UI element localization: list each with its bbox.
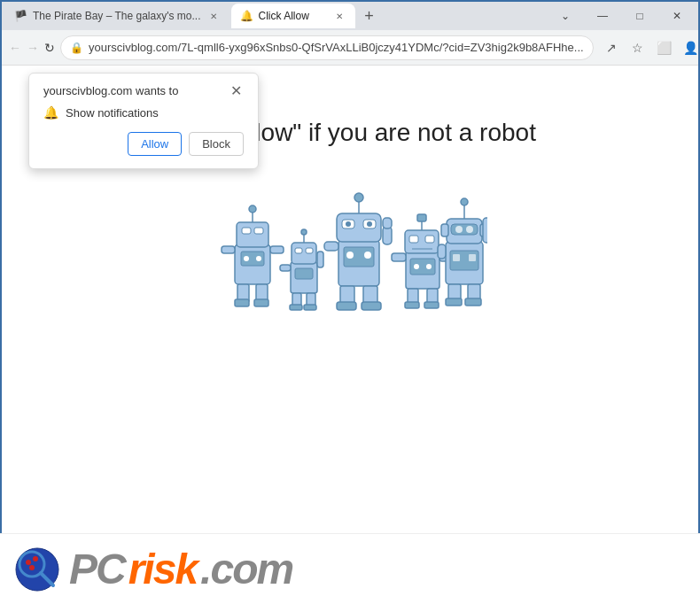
lock-icon: 🔒 xyxy=(70,42,83,54)
svg-point-67 xyxy=(461,198,468,205)
svg-point-84 xyxy=(33,556,38,561)
allow-button[interactable]: Allow xyxy=(128,132,182,156)
robots-illustration xyxy=(213,174,487,315)
svg-point-69 xyxy=(455,226,463,233)
svg-rect-22 xyxy=(280,265,291,271)
svg-rect-1 xyxy=(237,222,268,247)
svg-point-85 xyxy=(29,565,35,570)
svg-point-18 xyxy=(301,229,307,235)
popup-header: yourscivblog.com wants to ✕ xyxy=(43,84,244,98)
footer-bar: PCrisk.com xyxy=(0,533,700,604)
svg-rect-40 xyxy=(383,227,392,244)
svg-rect-75 xyxy=(438,244,446,259)
svg-rect-10 xyxy=(270,246,284,253)
svg-rect-72 xyxy=(453,254,460,261)
svg-rect-68 xyxy=(451,224,478,235)
svg-rect-14 xyxy=(254,299,268,306)
svg-point-8 xyxy=(256,256,261,261)
forward-button[interactable]: → xyxy=(27,35,39,60)
svg-point-83 xyxy=(26,560,31,565)
title-bar: 🏴 The Pirate Bay – The galaxy's mo... ✕ … xyxy=(2,2,698,30)
url-text: yourscivblog.com/7L-qmll6-yxg96xSnbs0-Qf… xyxy=(89,41,584,54)
com-text: .com xyxy=(200,545,292,593)
svg-rect-13 xyxy=(235,299,249,306)
close-button[interactable]: ✕ xyxy=(659,4,695,28)
svg-rect-74 xyxy=(483,218,487,243)
tab-piratebay[interactable]: 🏴 The Pirate Bay – The galaxy's mo... ✕ xyxy=(5,4,229,28)
svg-rect-16 xyxy=(292,243,316,264)
tab1-favicon: 🏴 xyxy=(14,10,27,22)
page-content: yourscivblog.com wants to ✕ 🔔 Show notif… xyxy=(2,66,698,535)
svg-rect-50 xyxy=(409,236,418,243)
svg-point-70 xyxy=(466,226,473,233)
risk-text: risk xyxy=(128,548,197,591)
popup-close-button[interactable]: ✕ xyxy=(229,84,244,98)
svg-rect-78 xyxy=(446,298,462,306)
svg-rect-9 xyxy=(222,246,235,253)
chevron-down-icon[interactable]: ⌄ xyxy=(548,4,583,28)
svg-rect-51 xyxy=(425,236,434,243)
refresh-button[interactable]: ↻ xyxy=(44,35,55,60)
svg-point-7 xyxy=(244,256,249,261)
svg-point-34 xyxy=(346,221,351,227)
svg-rect-56 xyxy=(392,253,406,261)
bell-icon: 🔔 xyxy=(43,105,58,120)
tab2-favicon: 🔔 xyxy=(240,10,253,22)
svg-point-3 xyxy=(249,205,256,213)
url-field[interactable]: 🔒 yourscivblog.com/7L-qmll6-yxg96xSnbs0-… xyxy=(60,35,594,60)
window-controls: ⌄ — □ ✕ xyxy=(548,4,695,28)
minimize-button[interactable]: — xyxy=(585,4,620,28)
pcrisk-logo: PCrisk.com xyxy=(69,545,292,593)
notification-label: Show notifications xyxy=(66,106,159,120)
block-button[interactable]: Block xyxy=(189,132,244,156)
maximize-button[interactable]: □ xyxy=(622,4,657,28)
new-tab-button[interactable]: + xyxy=(357,4,382,28)
svg-rect-20 xyxy=(306,248,313,253)
popup-title: yourscivblog.com wants to xyxy=(43,84,178,97)
svg-point-31 xyxy=(354,193,363,202)
svg-point-54 xyxy=(414,264,419,269)
pc-text: PC xyxy=(69,548,125,591)
tab1-label: The Pirate Bay – The galaxy's mo... xyxy=(33,10,201,22)
svg-rect-4 xyxy=(242,228,251,234)
svg-rect-19 xyxy=(295,248,302,253)
notification-popup: yourscivblog.com wants to ✕ 🔔 Show notif… xyxy=(28,73,259,169)
svg-rect-23 xyxy=(317,252,323,267)
svg-point-55 xyxy=(426,264,432,269)
svg-rect-60 xyxy=(405,302,419,308)
notification-row: 🔔 Show notifications xyxy=(43,105,244,120)
address-actions: ↗ ☆ ⬜ 👤 ⋮ xyxy=(599,35,700,60)
svg-point-35 xyxy=(367,221,372,227)
back-button[interactable]: ← xyxy=(9,35,21,60)
svg-rect-64 xyxy=(441,224,448,236)
tab2-label: Click Allow xyxy=(259,10,309,22)
svg-rect-21 xyxy=(295,268,313,279)
bookmark-icon[interactable]: ☆ xyxy=(626,35,650,60)
tab-clickallow[interactable]: 🔔 Click Allow ✕ xyxy=(231,4,355,28)
tab1-close[interactable]: ✕ xyxy=(206,9,221,23)
svg-rect-44 xyxy=(337,302,356,310)
share-icon[interactable]: ↗ xyxy=(599,35,624,60)
profile-icon[interactable]: 👤 xyxy=(679,35,700,60)
svg-rect-26 xyxy=(290,305,302,310)
svg-rect-45 xyxy=(362,302,381,310)
svg-rect-73 xyxy=(469,254,476,261)
svg-rect-27 xyxy=(304,305,316,310)
pcrisk-icon xyxy=(14,546,60,592)
svg-rect-79 xyxy=(465,298,481,306)
popup-buttons: Allow Block xyxy=(43,132,244,156)
svg-rect-41 xyxy=(383,218,392,228)
tab2-close[interactable]: ✕ xyxy=(332,9,346,23)
svg-rect-61 xyxy=(424,302,439,308)
svg-rect-5 xyxy=(254,228,263,234)
robots-svg xyxy=(213,174,487,315)
svg-rect-49 xyxy=(417,214,426,221)
address-bar: ← → ↻ 🔒 yourscivblog.com/7L-qmll6-yxg96x… xyxy=(2,30,698,66)
svg-point-38 xyxy=(364,252,371,259)
extension-icon[interactable]: ⬜ xyxy=(652,35,677,60)
svg-point-37 xyxy=(346,252,354,259)
svg-rect-39 xyxy=(324,242,338,251)
